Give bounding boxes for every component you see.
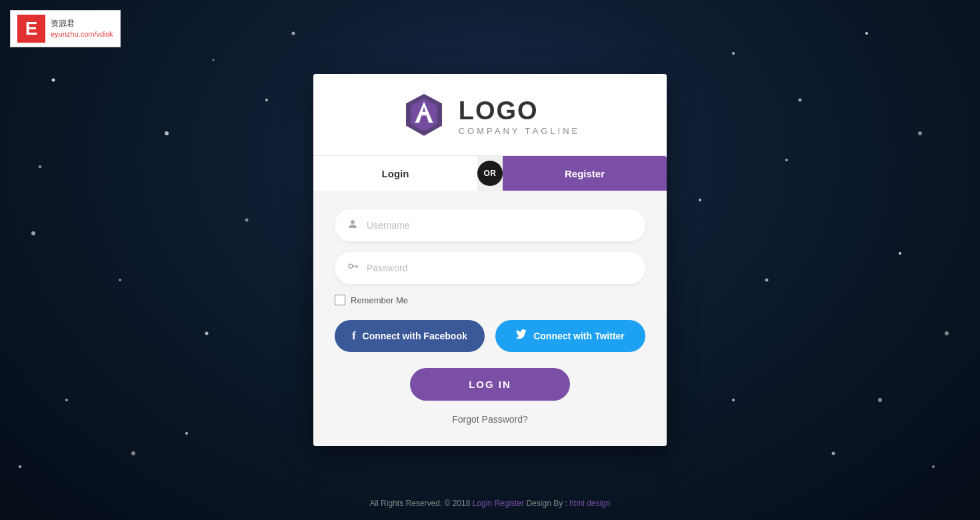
footer-login-link[interactable]: Login bbox=[473, 499, 492, 508]
watermark: E 资源君 eyunzhu.com/vdisk bbox=[10, 10, 121, 47]
logo-icon bbox=[400, 93, 448, 141]
tab-bar: Login OR Register bbox=[313, 156, 667, 191]
logo-name: LOGO bbox=[459, 98, 581, 123]
footer-text: All Rights Reserved. © 2018 bbox=[369, 499, 472, 508]
remember-label: Remember Me bbox=[351, 295, 408, 305]
username-group bbox=[335, 209, 645, 241]
facebook-button[interactable]: f Connect with Facebook bbox=[335, 320, 485, 352]
tab-login[interactable]: Login bbox=[313, 156, 477, 191]
watermark-site: eyunzhu.com/vdisk bbox=[51, 29, 113, 39]
watermark-text: 资源君 eyunzhu.com/vdisk bbox=[51, 18, 113, 39]
svg-point-32 bbox=[351, 220, 355, 224]
forgot-password-link[interactable]: Forgot Password? bbox=[335, 414, 645, 425]
footer-register-link[interactable]: Register bbox=[494, 499, 524, 508]
footer: All Rights Reserved. © 2018 Login Regist… bbox=[0, 499, 980, 508]
tab-or-divider: OR bbox=[477, 161, 503, 186]
user-icon bbox=[347, 218, 359, 233]
svg-point-33 bbox=[349, 264, 353, 268]
footer-mid-text: Design By : bbox=[526, 499, 569, 508]
twitter-icon bbox=[516, 329, 527, 343]
facebook-icon: f bbox=[352, 330, 355, 342]
password-input[interactable] bbox=[335, 252, 645, 284]
card-body: Remember Me f Connect with Facebook Conn… bbox=[313, 191, 667, 446]
footer-design-link[interactable]: html design bbox=[569, 499, 610, 508]
remember-checkbox[interactable] bbox=[335, 295, 345, 305]
tab-register[interactable]: Register bbox=[503, 156, 667, 191]
username-input[interactable] bbox=[335, 209, 645, 241]
remember-row: Remember Me bbox=[335, 295, 645, 305]
twitter-button[interactable]: Connect with Twitter bbox=[495, 320, 645, 352]
password-group bbox=[335, 252, 645, 284]
key-icon bbox=[347, 261, 359, 275]
watermark-letter: E bbox=[17, 15, 45, 43]
logo-text: LOGO COMPANY TAGLINE bbox=[459, 98, 581, 136]
login-card: LOGO COMPANY TAGLINE Login OR Register bbox=[313, 74, 667, 446]
social-row: f Connect with Facebook Connect with Twi… bbox=[335, 320, 645, 352]
card-header: LOGO COMPANY TAGLINE bbox=[313, 74, 667, 156]
watermark-brand: 资源君 bbox=[51, 18, 113, 29]
login-button[interactable]: LOG IN bbox=[410, 368, 570, 401]
logo-tagline: COMPANY TAGLINE bbox=[459, 126, 581, 136]
